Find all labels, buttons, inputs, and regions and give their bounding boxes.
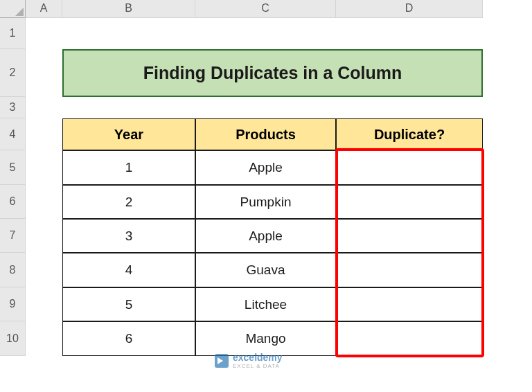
row-header-7[interactable]: 7	[0, 219, 26, 253]
cell-product[interactable]: Guava	[195, 253, 336, 287]
cell-C1[interactable]	[195, 18, 336, 49]
header-year[interactable]: Year	[62, 118, 195, 150]
row-header-9[interactable]: 9	[0, 287, 26, 321]
cell-D1[interactable]	[336, 18, 483, 49]
cell-A7[interactable]	[26, 219, 62, 253]
cell-A1[interactable]	[26, 18, 62, 49]
cell-A2[interactable]	[26, 49, 62, 97]
cell-year[interactable]: 6	[62, 321, 195, 356]
cell-dup[interactable]	[336, 287, 483, 321]
watermark-sub: EXCEL & DATA	[233, 363, 283, 369]
col-header-B[interactable]: B	[62, 0, 195, 18]
cell-product[interactable]: Apple	[195, 219, 336, 253]
spreadsheet-grid: A B C D 1 2 Finding Duplicates in a Colu…	[0, 0, 532, 356]
cell-product[interactable]: Mango	[195, 321, 336, 356]
title-cell[interactable]: Finding Duplicates in a Column	[62, 49, 483, 97]
cell-year[interactable]: 5	[62, 287, 195, 321]
cell-A5[interactable]	[26, 150, 62, 185]
cell-A4[interactable]	[26, 118, 62, 150]
cell-year[interactable]: 3	[62, 219, 195, 253]
col-header-A[interactable]: A	[26, 0, 62, 18]
cell-A9[interactable]	[26, 287, 62, 321]
cell-dup[interactable]	[336, 253, 483, 287]
cell-product[interactable]: Apple	[195, 150, 336, 185]
row-header-5[interactable]: 5	[0, 150, 26, 185]
cell-B1[interactable]	[62, 18, 195, 49]
cell-dup[interactable]	[336, 150, 483, 185]
cell-year[interactable]: 1	[62, 150, 195, 185]
row-header-1[interactable]: 1	[0, 18, 26, 49]
col-header-D[interactable]: D	[336, 0, 483, 18]
cell-D3[interactable]	[336, 97, 483, 118]
cell-A10[interactable]	[26, 321, 62, 356]
cell-year[interactable]: 2	[62, 185, 195, 219]
cell-A8[interactable]	[26, 253, 62, 287]
cell-product[interactable]: Litchee	[195, 287, 336, 321]
header-products[interactable]: Products	[195, 118, 336, 150]
row-header-3[interactable]: 3	[0, 97, 26, 118]
cell-dup[interactable]	[336, 219, 483, 253]
cell-C3[interactable]	[195, 97, 336, 118]
cell-dup[interactable]	[336, 321, 483, 356]
cell-dup[interactable]	[336, 185, 483, 219]
row-header-10[interactable]: 10	[0, 321, 26, 356]
cell-product[interactable]: Pumpkin	[195, 185, 336, 219]
cell-A3[interactable]	[26, 97, 62, 118]
cell-B3[interactable]	[62, 97, 195, 118]
cell-A6[interactable]	[26, 185, 62, 219]
row-header-4[interactable]: 4	[0, 118, 26, 150]
col-header-C[interactable]: C	[195, 0, 336, 18]
select-all-corner[interactable]	[0, 0, 26, 18]
cell-year[interactable]: 4	[62, 253, 195, 287]
row-header-6[interactable]: 6	[0, 185, 26, 219]
header-duplicate[interactable]: Duplicate?	[336, 118, 483, 150]
row-header-2[interactable]: 2	[0, 49, 26, 97]
row-header-8[interactable]: 8	[0, 253, 26, 287]
